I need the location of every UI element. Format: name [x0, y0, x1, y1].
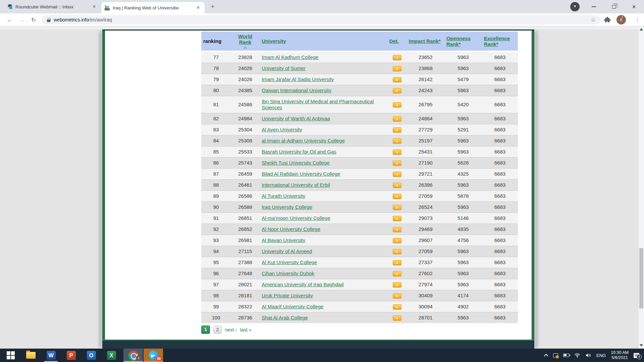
- address-bar[interactable]: webometrics.info/en/aw/iraq ☆: [42, 15, 600, 24]
- university-link[interactable]: American University of Iraq Baghdad: [262, 282, 343, 287]
- university-link[interactable]: Shat Al Arab College: [262, 315, 308, 320]
- scroll-up-arrow[interactable]: [640, 28, 643, 31]
- university-link[interactable]: Al Ayen University: [262, 127, 302, 132]
- university-link[interactable]: Iraq University College: [262, 204, 312, 210]
- close-button[interactable]: ×: [626, 0, 642, 13]
- taskbar-item-excel[interactable]: X: [103, 349, 119, 362]
- details-badge-icon[interactable]: »: [393, 315, 401, 321]
- university-link[interactable]: Al Noor University College: [262, 226, 320, 232]
- details-badge-icon[interactable]: »: [393, 293, 401, 299]
- university-cell: Al Maarif University College: [260, 301, 387, 312]
- details-badge-icon[interactable]: »: [393, 77, 401, 82]
- details-badge-icon[interactable]: »: [393, 66, 401, 71]
- details-badge-icon[interactable]: »: [393, 149, 401, 155]
- taskbar-item-telegram[interactable]: 89: [144, 349, 163, 362]
- language-indicator[interactable]: ENG: [596, 353, 606, 358]
- details-badge-icon[interactable]: »: [393, 304, 401, 310]
- university-link[interactable]: Sheikh Tusi University College: [262, 160, 330, 166]
- university-link[interactable]: Uruk Private University: [262, 293, 313, 298]
- details-badge-icon[interactable]: »: [393, 238, 401, 243]
- taskbar-item-powerpoint[interactable]: P: [63, 349, 79, 362]
- close-tab-icon[interactable]: ×: [91, 4, 97, 10]
- taskbar-item-outlook[interactable]: O: [83, 349, 99, 362]
- column-university[interactable]: University: [260, 32, 387, 51]
- tray-app-icon[interactable]: [553, 353, 558, 358]
- taskbar-item-word[interactable]: W: [43, 349, 59, 362]
- extensions-button[interactable]: [604, 16, 611, 23]
- university-link[interactable]: Basrah University for Oil and Gas: [262, 149, 336, 155]
- column-excellence-rank[interactable]: Excellence Rank*: [482, 32, 518, 51]
- wifi-icon[interactable]: [574, 352, 580, 358]
- forward-button[interactable]: →: [17, 15, 26, 25]
- profile-avatar[interactable]: ε: [616, 15, 626, 24]
- tab-webometrics-iraq[interactable]: WEB Iraq | Ranking Web of Universitie ×: [101, 2, 205, 13]
- last-page-link[interactable]: last »: [240, 327, 251, 333]
- details-badge-icon[interactable]: »: [393, 127, 401, 133]
- volume-icon[interactable]: [585, 352, 591, 358]
- column-world-rank[interactable]: World Rank: [231, 32, 260, 51]
- university-link[interactable]: al-Imam al-Adham University College: [262, 138, 345, 143]
- ranking-cell: 90: [201, 202, 231, 213]
- lock-icon[interactable]: [47, 18, 50, 22]
- restore-button[interactable]: [606, 0, 622, 13]
- browser-menu-button[interactable]: ⋮: [633, 15, 641, 24]
- details-badge-icon[interactable]: »: [393, 138, 401, 144]
- university-link[interactable]: International University of Erbil: [262, 182, 330, 188]
- bookmark-star-icon[interactable]: ☆: [591, 16, 596, 23]
- university-link[interactable]: Al Bayan University: [262, 237, 305, 243]
- university-link[interactable]: Al Turath University: [262, 193, 305, 199]
- details-badge-icon[interactable]: »: [393, 227, 401, 232]
- university-link[interactable]: Ibn Sina University of Medical and Pharm…: [262, 99, 374, 110]
- details-badge-icon[interactable]: »: [393, 116, 401, 122]
- university-link[interactable]: Imam Al Kadhum College: [262, 54, 318, 60]
- battery-icon[interactable]: [563, 354, 569, 357]
- university-link[interactable]: Qaiwan International University: [262, 87, 331, 93]
- minimize-button[interactable]: [586, 0, 601, 13]
- column-openness-rank[interactable]: Openness Rank*: [444, 32, 482, 51]
- details-badge-icon[interactable]: »: [393, 271, 401, 277]
- action-center-button[interactable]: 3: [634, 353, 639, 358]
- page-1-button[interactable]: 1: [201, 325, 210, 334]
- details-badge-icon[interactable]: »: [393, 183, 401, 188]
- openness-rank-cell: 4835: [444, 224, 482, 235]
- taskbar-clock[interactable]: 10:30 AM 5/6/2021: [611, 350, 629, 360]
- start-button[interactable]: [3, 349, 19, 362]
- details-badge-icon[interactable]: »: [393, 282, 401, 288]
- scrollbar-thumb[interactable]: [639, 248, 643, 308]
- reload-button[interactable]: ↻: [29, 15, 38, 25]
- table-row: 9126851Al-ma'moon University College»290…: [201, 213, 518, 224]
- back-button[interactable]: ←: [5, 15, 14, 25]
- details-badge-icon[interactable]: »: [393, 88, 401, 94]
- next-page-link[interactable]: next ›: [225, 327, 237, 333]
- university-link[interactable]: University of Warith Al Anbiyaa: [262, 116, 330, 121]
- university-link[interactable]: Al-ma'moon University College: [262, 215, 330, 221]
- details-badge-icon[interactable]: »: [393, 161, 401, 166]
- university-link[interactable]: University of Al Ameed: [262, 248, 312, 254]
- page-2-button[interactable]: 2: [213, 326, 222, 334]
- details-badge-icon[interactable]: »: [393, 260, 401, 265]
- university-link[interactable]: Cihan University Duhok: [262, 270, 314, 276]
- university-link[interactable]: Imam Ja'afar Al Sadiq University: [262, 76, 334, 82]
- university-link[interactable]: University of Sumer: [262, 65, 306, 71]
- new-tab-button[interactable]: +: [209, 3, 217, 11]
- university-link[interactable]: Bilad Al Rafidain University College: [262, 171, 340, 177]
- details-badge-icon[interactable]: »: [393, 172, 401, 177]
- scroll-down-arrow[interactable]: [640, 344, 643, 347]
- taskbar-item-file-explorer[interactable]: [23, 349, 39, 362]
- column-det[interactable]: Det.: [387, 32, 407, 51]
- close-tab-icon[interactable]: ×: [195, 5, 201, 11]
- details-badge-icon[interactable]: »: [393, 194, 401, 199]
- details-badge-icon[interactable]: »: [393, 216, 401, 221]
- details-badge-icon[interactable]: »: [393, 55, 401, 60]
- tab-roundcube-webmail[interactable]: Roundcube Webmail :: Inbox ×: [4, 0, 101, 13]
- taskbar-item-chrome[interactable]: ε: [123, 349, 143, 362]
- column-impact-rank[interactable]: Impact Rank*: [407, 32, 444, 51]
- tray-expand-icon[interactable]: [544, 354, 548, 358]
- tab-search-button[interactable]: ▼: [570, 2, 580, 11]
- details-badge-icon[interactable]: »: [393, 102, 401, 108]
- university-link[interactable]: Al Kut University College: [262, 259, 317, 265]
- details-badge-icon[interactable]: »: [393, 249, 401, 254]
- details-badge-icon[interactable]: »: [393, 205, 401, 210]
- page-scrollbar[interactable]: [638, 26, 644, 349]
- university-link[interactable]: Al Maarif University College: [262, 304, 323, 309]
